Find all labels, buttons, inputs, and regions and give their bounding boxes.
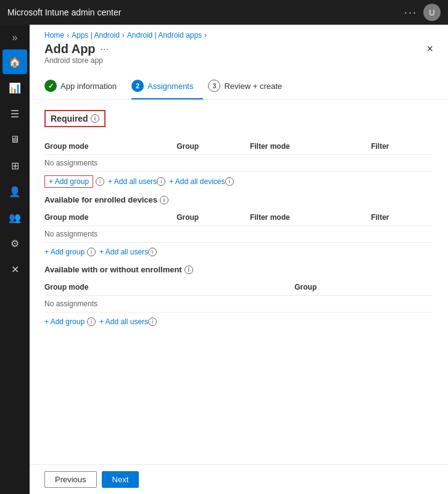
available-enrolled-table: Group mode Group Filter mode Filter No a…: [44, 209, 433, 243]
required-title-wrapper: Required i: [44, 110, 433, 132]
tab-label-review-create: Review + create: [224, 82, 282, 91]
required-add-group-button[interactable]: + Add group: [44, 175, 93, 188]
page-subtitle: Android store app: [30, 56, 448, 70]
add-all-users-info-icon-1[interactable]: i: [157, 177, 165, 186]
sidebar-item-groups[interactable]: 👥: [2, 205, 27, 230]
add-group-info-icon-2[interactable]: i: [87, 248, 96, 256]
available-without-add-all-users-button[interactable]: + Add all users: [99, 317, 148, 326]
col-group-mode: Group mode: [44, 138, 176, 155]
col-group: Group: [176, 138, 250, 155]
sidebar-item-grid[interactable]: ⊞: [2, 153, 27, 178]
col-filter: Filter: [371, 138, 433, 155]
previous-button[interactable]: Previous: [44, 471, 97, 488]
add-all-devices-info-icon[interactable]: i: [225, 177, 234, 186]
bottom-bar: Previous Next: [30, 464, 448, 494]
sidebar-item-user[interactable]: 👤: [2, 179, 27, 204]
add-all-users-info-icon-2[interactable]: i: [148, 248, 157, 256]
step-badge-2: 2: [131, 80, 144, 92]
required-no-assignments-row: No assignments: [44, 155, 433, 172]
available-without-section: Available with or without enrollment i G…: [44, 265, 433, 327]
required-info-icon[interactable]: i: [91, 114, 99, 123]
next-button[interactable]: Next: [102, 471, 139, 488]
available-enrolled-title: Available for enrolled devices i: [44, 195, 433, 204]
sidebar: » 🏠 📊 ☰ 🖥 ⊞ 👤 👥 ⚙ ✕: [0, 25, 30, 494]
page-title: Add App: [44, 42, 96, 56]
add-group-info-icon-1[interactable]: i: [96, 177, 104, 186]
sidebar-collapse-button[interactable]: »: [0, 27, 30, 48]
available-enrolled-info-icon[interactable]: i: [160, 196, 168, 204]
available-without-table: Group mode Group No assignments: [44, 279, 433, 312]
required-empty-text: No assignments: [44, 155, 433, 172]
page-header-left: Add App ···: [44, 42, 109, 56]
available-without-info-icon[interactable]: i: [185, 266, 193, 274]
sidebar-item-settings[interactable]: ⚙: [2, 231, 27, 256]
col-group-mode-2: Group mode: [44, 209, 176, 226]
content-area: Home › Apps | Android › Android | Androi…: [30, 25, 448, 494]
step-badge-1: ✓: [44, 80, 57, 92]
col-filter-mode: Filter mode: [250, 138, 371, 155]
required-section-title: Required i: [44, 110, 106, 127]
app-title: Microsoft Intune admin center: [7, 7, 121, 17]
available-without-title: Available with or without enrollment i: [44, 265, 433, 274]
available-without-add-group-row: + Add group i + Add all users i: [44, 316, 433, 327]
col-group-mode-3: Group mode: [44, 279, 294, 296]
title-bar-left: Microsoft Intune admin center: [7, 7, 121, 17]
available-without-table-header: Group mode Group: [44, 279, 433, 296]
sidebar-item-close[interactable]: ✕: [2, 257, 27, 282]
required-add-all-devices-button[interactable]: + Add all devices: [169, 177, 225, 186]
tab-label-app-information: App information: [60, 82, 117, 91]
sidebar-item-dashboard[interactable]: 📊: [2, 75, 27, 100]
breadcrumb: Home › Apps | Android › Android | Androi…: [30, 25, 448, 40]
tab-assignments[interactable]: 2 Assignments: [131, 75, 203, 99]
available-enrolled-empty-text: No assignments: [44, 226, 433, 243]
required-table: Group mode Group Filter mode Filter No a…: [44, 138, 433, 172]
required-add-group-row: + Add group i + Add all users i + Add al…: [44, 175, 433, 188]
tab-app-information[interactable]: ✓ App information: [44, 75, 127, 99]
col-group-2: Group: [176, 209, 250, 226]
page-header: Add App ··· ×: [30, 40, 448, 56]
user-avatar[interactable]: U: [423, 4, 441, 21]
available-enrolled-section: Available for enrolled devices i Group m…: [44, 195, 433, 257]
title-bar: Microsoft Intune admin center ··· U: [0, 0, 448, 25]
breadcrumb-apps-android[interactable]: Apps | Android: [72, 31, 120, 40]
add-group-info-icon-3[interactable]: i: [87, 317, 96, 326]
available-enrolled-table-header: Group mode Group Filter mode Filter: [44, 209, 433, 226]
col-filter-mode-2: Filter mode: [250, 209, 371, 226]
page-options-icon[interactable]: ···: [101, 44, 109, 55]
tab-label-assignments: Assignments: [147, 82, 193, 91]
add-all-users-info-icon-3[interactable]: i: [148, 317, 157, 326]
available-enrolled-add-all-users-button[interactable]: + Add all users: [99, 248, 148, 256]
step-badge-3: 3: [208, 80, 220, 92]
sidebar-item-list[interactable]: ☰: [2, 101, 27, 126]
available-enrolled-add-group-button[interactable]: + Add group: [44, 246, 85, 257]
breadcrumb-home[interactable]: Home: [44, 31, 64, 40]
required-add-all-users-button[interactable]: + Add all users: [108, 177, 157, 186]
available-without-add-group-button[interactable]: + Add group: [44, 316, 85, 327]
close-button[interactable]: ×: [426, 43, 433, 56]
col-group-3: Group: [294, 279, 433, 296]
form-area: Required i Group mode Group Filter mode …: [30, 100, 448, 464]
required-table-header: Group mode Group Filter mode Filter: [44, 138, 433, 155]
wizard-tabs: ✓ App information 2 Assignments 3 Review…: [30, 70, 448, 100]
available-enrolled-no-assignments-row: No assignments: [44, 226, 433, 243]
title-bar-dots[interactable]: ···: [404, 6, 417, 19]
available-enrolled-add-group-row: + Add group i + Add all users i: [44, 246, 433, 257]
required-section: Required i Group mode Group Filter mode …: [44, 110, 433, 188]
breadcrumb-android-apps[interactable]: Android | Android apps: [127, 31, 202, 40]
available-without-empty-text: No assignments: [44, 296, 433, 312]
sidebar-item-home[interactable]: 🏠: [2, 49, 27, 74]
title-bar-right: ··· U: [404, 4, 441, 21]
available-without-no-assignments-row: No assignments: [44, 296, 433, 312]
main-layout: » 🏠 📊 ☰ 🖥 ⊞ 👤 👥 ⚙ ✕ Home › Apps | Androi…: [0, 25, 448, 494]
col-filter-2: Filter: [371, 209, 433, 226]
sidebar-item-devices[interactable]: 🖥: [2, 127, 27, 152]
tab-review-create[interactable]: 3 Review + create: [208, 75, 292, 99]
